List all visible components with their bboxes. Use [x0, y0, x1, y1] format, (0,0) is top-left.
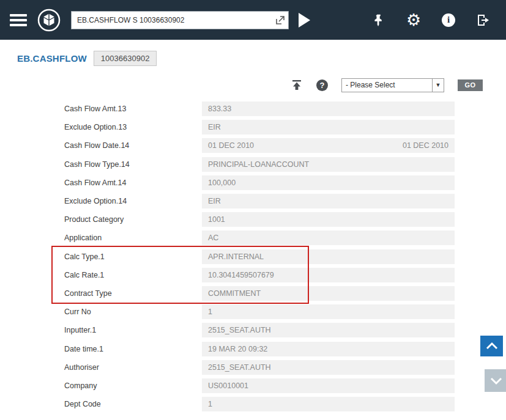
field-row: Authoriser2515_SEAT.AUTH: [52, 358, 455, 377]
command-input[interactable]: [71, 11, 289, 29]
field-label: Date time.1: [52, 345, 202, 353]
field-row: Calc Rate.110.3041459507679: [52, 266, 455, 284]
field-row: Inputter.12515_SEAT.AUTH: [52, 321, 455, 339]
field-value: EIR: [202, 194, 455, 208]
field-value-text: AC: [208, 234, 218, 242]
record-toolbar: ? - Please Select ▼ GO: [0, 78, 506, 92]
field-value-text: 1: [208, 400, 212, 408]
field-value-text: 100,000: [208, 179, 236, 187]
field-value: 01 DEC 201001 DEC 2010: [202, 138, 455, 153]
field-value: 19 MAR 20 09:32: [202, 342, 455, 356]
field-value: 2515_SEAT.AUTH: [202, 360, 455, 375]
field-label: Curr No: [52, 308, 202, 316]
run-command-button[interactable]: [299, 13, 310, 28]
field-label: Calc Type.1: [52, 252, 202, 261]
expand-command-icon[interactable]: [275, 15, 286, 26]
field-value: APR.INTERNAL: [202, 249, 455, 264]
field-label: Authoriser: [52, 363, 202, 372]
field-label: Cash Flow Amt.13: [52, 105, 202, 113]
field-label: Cash Flow Amt.14: [52, 179, 202, 187]
field-value: US0010001: [202, 378, 455, 393]
header-actions: ⚙ i: [371, 12, 496, 28]
field-value: 2515_SEAT.AUTH: [202, 323, 455, 337]
field-label: Contract Type: [52, 289, 202, 298]
field-value-text: COMMITMENT: [208, 289, 261, 298]
field-row: Cash Flow Date.1401 DEC 201001 DEC 2010: [52, 136, 455, 155]
help-icon[interactable]: ?: [316, 79, 328, 91]
go-button[interactable]: GO: [458, 79, 483, 91]
field-value-text: PRINCIPAL-LOANACCOUNT: [208, 160, 309, 169]
field-value: 1: [202, 304, 455, 319]
field-label: Dept Code: [52, 400, 202, 408]
field-value: PRINCIPAL-LOANACCOUNT: [202, 157, 455, 172]
pin-icon[interactable]: [371, 12, 387, 28]
field-row: Product Category1001: [52, 210, 455, 229]
field-row: Date time.119 MAR 20 09:32: [52, 339, 455, 358]
field-value: 833.33: [202, 101, 455, 116]
chevron-down-icon: ▼: [432, 79, 444, 92]
sign-out-icon[interactable]: [475, 12, 491, 28]
field-value: 100,000: [202, 175, 455, 190]
field-label: Exclude Option.13: [52, 123, 202, 131]
command-input-wrap: [71, 11, 289, 29]
scroll-down-button[interactable]: [485, 369, 506, 392]
field-value-right-text: 01 DEC 2010: [403, 141, 448, 150]
field-row: Cash Flow Type.14PRINCIPAL-LOANACCOUNT: [52, 155, 455, 174]
breadcrumb: EB.CASHFLOW 10036630902: [17, 50, 506, 67]
field-value-text: EIR: [208, 197, 221, 205]
field-row: Contract TypeCOMMITMENT: [52, 284, 455, 303]
action-select-value: - Please Select: [342, 81, 432, 89]
field-label: Cash Flow Type.14: [52, 160, 202, 169]
application-name: EB.CASHFLOW: [17, 53, 87, 64]
field-value-text: 2515_SEAT.AUTH: [208, 363, 271, 372]
scroll-up-button[interactable]: [480, 336, 503, 356]
field-value: 10.3041459507679: [202, 268, 455, 282]
field-value-text: 833.33: [208, 105, 231, 113]
field-value-text: APR.INTERNAL: [208, 252, 264, 261]
field-row: Dept Code1: [52, 395, 455, 413]
menu-icon[interactable]: [10, 12, 27, 29]
field-row: Cash Flow Amt.14100,000: [52, 174, 455, 192]
field-row: CompanyUS0010001: [52, 377, 455, 395]
field-label: Inputter.1: [52, 326, 202, 334]
field-value-text: 01 DEC 2010: [208, 141, 254, 150]
field-row: ApplicationAC: [52, 229, 455, 247]
field-label: Product Category: [52, 215, 202, 224]
field-value: EIR: [202, 120, 455, 134]
settings-gear-icon[interactable]: ⚙: [406, 12, 422, 28]
field-label: Calc Rate.1: [52, 271, 202, 279]
field-label: Company: [52, 381, 202, 390]
field-row: Exclude Option.13EIR: [52, 118, 455, 136]
field-value-text: 2515_SEAT.AUTH: [208, 326, 271, 334]
upload-icon[interactable]: [291, 79, 303, 91]
field-label: Cash Flow Date.14: [52, 141, 202, 150]
field-value-text: 1: [208, 308, 212, 316]
field-value-text: EIR: [208, 123, 221, 131]
app-logo-icon: [37, 8, 61, 32]
record-id-badge: 10036630902: [94, 51, 157, 66]
field-label: Exclude Option.14: [52, 197, 202, 205]
field-value-text: 1001: [208, 215, 225, 224]
field-row: Cash Flow Amt.13833.33: [52, 100, 455, 118]
field-value-text: 19 MAR 20 09:32: [208, 345, 267, 353]
top-header-bar: ⚙ i: [0, 0, 506, 40]
info-icon[interactable]: i: [441, 12, 456, 28]
field-value-text: US0010001: [208, 381, 248, 390]
field-value: 1: [202, 397, 455, 411]
action-select[interactable]: - Please Select ▼: [341, 78, 444, 92]
record-form: Cash Flow Amt.13833.33Exclude Option.13E…: [52, 100, 455, 413]
field-value: AC: [202, 230, 455, 245]
field-row: Curr No1: [52, 303, 455, 321]
field-value: 1001: [202, 212, 455, 227]
field-row: Exclude Option.14EIR: [52, 192, 455, 210]
field-value-text: 10.3041459507679: [208, 271, 274, 279]
field-row: Calc Type.1APR.INTERNAL: [52, 248, 455, 266]
field-label: Application: [52, 234, 202, 242]
field-value: COMMITMENT: [202, 286, 455, 301]
